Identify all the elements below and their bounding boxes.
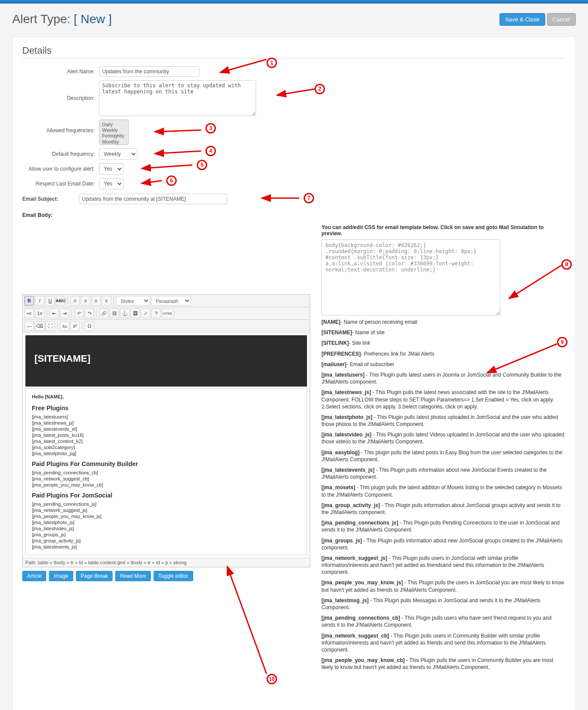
undo-button[interactable]: ↶ <box>74 309 84 318</box>
section-title-details: Details <box>22 45 566 58</box>
alert-name-input[interactable] <box>99 66 199 77</box>
plugin-tag: [jma_pending_connections_cb] <box>32 470 301 475</box>
annotation-8: 8 <box>561 259 572 270</box>
plugin-doc: [jma_network_suggest_js] - This Plugin p… <box>321 555 566 576</box>
paragraph-select[interactable]: Paragraph <box>151 296 191 305</box>
plugin-tag: [jma_network_suggest_js] <box>32 508 301 513</box>
plugin-doc: [jma_latestvideo_js] - This Plugin pulls… <box>321 431 566 445</box>
readmore-button[interactable]: Read More <box>115 571 150 581</box>
save-close-button[interactable]: Save & Close <box>499 13 545 26</box>
charmap-button[interactable]: Ω <box>85 321 94 331</box>
plugin-doc: [jma_people_you_may_know_cb] - This Plug… <box>321 657 566 671</box>
annotation-4: 4 <box>205 146 216 156</box>
freq-option[interactable]: Fortnightly <box>102 133 126 139</box>
styles-select[interactable]: Styles <box>116 296 150 305</box>
underline-button[interactable]: U <box>45 296 55 305</box>
plugin-doc: [jma_latestevents_js] - This Plugin pull… <box>321 466 566 480</box>
site-banner: [SITENAME] <box>25 335 307 387</box>
plugin-doc: [jma_group_activity_js] - This Plugin pu… <box>321 502 566 516</box>
align-left-button[interactable]: ≡ <box>70 296 80 305</box>
svg-line-8 <box>509 265 561 298</box>
bold-button[interactable]: B <box>24 296 34 305</box>
svg-line-7 <box>227 566 267 674</box>
plugin-tag: [jma_latest_content_k2] <box>32 439 301 444</box>
annotation-2: 2 <box>315 84 325 94</box>
ol-button[interactable]: 1≡ <box>35 309 44 318</box>
cleanup-button[interactable]: ✓ <box>141 309 150 318</box>
title-prefix: Alert Type: <box>12 12 74 26</box>
variable-doc: [NAME]- Name of person receiving email <box>321 319 566 326</box>
free-plugins-title: Free Plugins <box>32 405 301 412</box>
align-center-button[interactable]: ≡ <box>81 296 90 305</box>
description-textarea[interactable]: Subscribe to this alert to stay updated … <box>99 80 256 116</box>
annotation-6: 6 <box>166 175 177 186</box>
plugin-tag: [jma_people_you_may_know_cb] <box>32 482 301 487</box>
freq-option[interactable]: Daily <box>102 122 126 127</box>
fullscreen-button[interactable]: ⛶ <box>45 321 55 331</box>
wysiwyg-editor: B I U ABC ≡ ≡ ≡ ≡ Styles Paragraph <box>22 294 310 567</box>
variable-doc: [mailuser]- Email of subscriber <box>321 361 566 368</box>
plugin-tag: [jma_pending_connections_js] <box>32 501 301 507</box>
plugin-doc: [jma_groups_js] - This Plugin pulls info… <box>321 537 566 551</box>
svg-line-0 <box>220 59 267 72</box>
plugin-doc: [jma_latestnews_js] - This Plugin pulls … <box>321 389 566 410</box>
variable-doc: [PREFRENCES]- Prefrences link for JMail … <box>321 350 566 357</box>
toggle-editor-button[interactable]: Toggle editor <box>154 571 193 581</box>
html-button[interactable]: HTML <box>162 309 174 318</box>
paid-cb-title: Paid Plugins For Community Builder <box>32 460 301 467</box>
help-button[interactable]: ? <box>151 309 161 318</box>
freq-option[interactable]: Monthly <box>102 139 126 145</box>
align-right-button[interactable]: ≡ <box>91 296 101 305</box>
editor-toolbar-2: •≡ 1≡ ⇤ ⇥ ↶ ↷ 🔗 ⛓ ⚓ 🖼 ✓ ? <box>23 307 310 320</box>
plugin-tag: [jma_latest_posts_ku16] <box>32 432 301 438</box>
plugin-tag: [jma_latestvideo_js] <box>32 526 301 531</box>
plugin-tag: [jma_latestevents_js] <box>32 544 301 549</box>
plugin-tag: [jma_latestusers] <box>32 414 301 419</box>
cancel-button[interactable]: Cancel <box>547 13 576 26</box>
respect-last-email-select[interactable]: Yes <box>99 178 123 189</box>
redo-button[interactable]: ↷ <box>85 309 94 318</box>
allow-user-configure-select[interactable]: Yes <box>99 163 123 175</box>
image-btn[interactable]: Image <box>49 571 73 581</box>
indent-button[interactable]: ⇥ <box>60 309 69 318</box>
italic-button[interactable]: I <box>35 296 44 305</box>
pagebreak-button[interactable]: Page Break <box>76 571 113 581</box>
allowed-frequencies-select[interactable]: DailyWeeklyFortnightlyMonthly <box>99 120 129 145</box>
editor-toolbar-1: B I U ABC ≡ ≡ ≡ ≡ Styles Paragraph <box>23 295 310 307</box>
remove-format-button[interactable]: ⌫ <box>35 321 44 331</box>
css-textarea[interactable]: body{background-color: #626262;} .rounde… <box>321 239 500 316</box>
variable-doc: [SITELINK]- Site link <box>321 340 566 346</box>
default-frequency-select[interactable]: Weekly <box>99 148 137 160</box>
plugin-tag: [jma_latestphoto_pg] <box>32 451 301 456</box>
editor-toolbar-3: — ⌫ ⛶ x₂ x² Ω <box>23 320 310 333</box>
superscript-button[interactable]: x² <box>70 321 80 331</box>
editor-content[interactable]: [SITENAME] Hello [NAME], Free Plugins [j… <box>23 333 310 558</box>
plugin-tag: [jma_sobi2category] <box>32 445 301 450</box>
css-intro: You can add/edit CSS for email template … <box>321 224 566 237</box>
page-title: Alert Type: [ New ] <box>12 12 112 26</box>
outdent-button[interactable]: ⇤ <box>49 309 59 318</box>
anchor-button[interactable]: ⚓ <box>120 309 130 318</box>
article-button[interactable]: Article <box>22 571 46 581</box>
annotation-3: 3 <box>205 123 216 134</box>
strike-button[interactable]: ABC <box>56 296 65 305</box>
label-alert-name: Alert Name: <box>22 69 99 75</box>
plugin-doc: [jma_easyblog] - This plugin pulls the l… <box>321 449 566 463</box>
align-justify-button[interactable]: ≡ <box>102 296 111 305</box>
link-button[interactable]: 🔗 <box>99 309 109 318</box>
image-button[interactable]: 🖼 <box>130 309 140 318</box>
subscript-button[interactable]: x₂ <box>60 321 69 331</box>
email-subject-input[interactable] <box>79 194 227 204</box>
title-new: [ New ] <box>74 12 112 26</box>
plugin-tag: [jma_group_activity_js] <box>32 538 301 543</box>
plugin-tag: [jma_latestnews_js] <box>32 420 301 425</box>
svg-line-2 <box>155 130 201 132</box>
plugin-doc: [jma_pending_connections_js] - This Plug… <box>321 519 566 533</box>
annotation-7: 7 <box>304 193 314 203</box>
ul-button[interactable]: •≡ <box>24 309 34 318</box>
plugin-tag: [jma_latestphoto_js] <box>32 520 301 525</box>
label-email-body: Email Body: <box>22 212 566 218</box>
freq-option[interactable]: Weekly <box>102 127 126 133</box>
hr-button[interactable]: — <box>24 321 34 331</box>
unlink-button[interactable]: ⛓ <box>109 309 119 318</box>
